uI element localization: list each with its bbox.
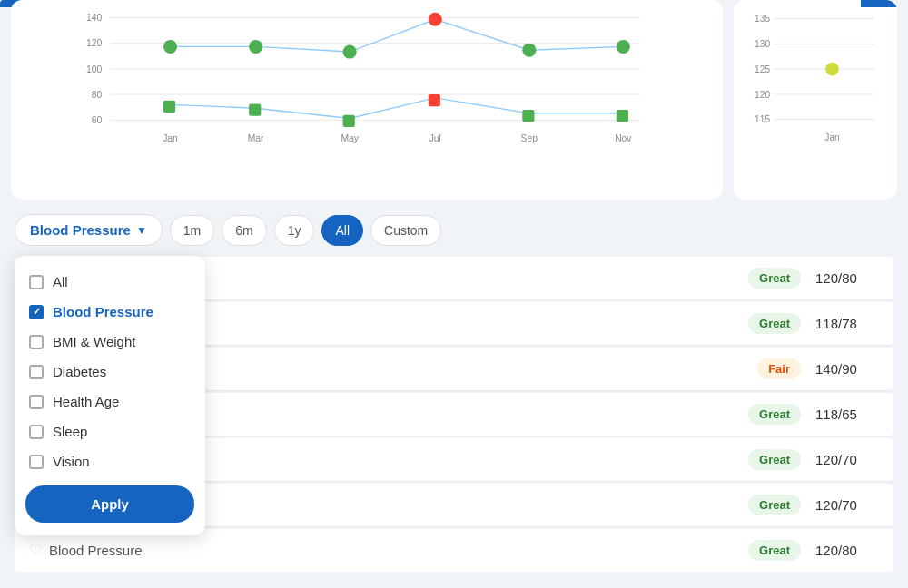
bottom-row-label: Blood Pressure <box>49 543 143 558</box>
row-right: Great 118/78 <box>748 313 879 334</box>
svg-rect-16 <box>163 101 175 113</box>
svg-text:Jan: Jan <box>163 133 178 143</box>
svg-point-38 <box>825 63 839 76</box>
svg-point-12 <box>343 45 357 59</box>
svg-text:Mar: Mar <box>248 133 264 143</box>
apply-button[interactable]: Apply <box>25 485 194 523</box>
dropdown-item-blood-pressure[interactable]: Blood Pressure <box>15 297 205 327</box>
blue-accent-right <box>861 0 897 7</box>
dropdown-item-health-age-label: Health Age <box>53 394 119 409</box>
reading-value: 118/65 <box>815 407 879 422</box>
dropdown-item-vision-label: Vision <box>53 454 90 469</box>
time-btn-custom[interactable]: Custom <box>370 215 441 246</box>
metric-dropdown-button[interactable]: Blood Pressure ▼ <box>15 214 163 246</box>
dropdown-menu: All Blood Pressure BMI & Weight Diabetes… <box>15 256 205 535</box>
time-btn-1m[interactable]: 1m <box>170 215 214 246</box>
svg-text:130: 130 <box>755 39 770 49</box>
dropdown-item-diabetes-label: Diabetes <box>53 364 106 379</box>
bottom-row: ♡ Blood Pressure Great 120/80 <box>15 529 893 572</box>
row-right: Great 120/70 <box>748 495 879 515</box>
svg-text:100: 100 <box>86 64 103 74</box>
small-chart-card: 135 130 125 120 115 Jan <box>734 0 897 200</box>
checkbox-blood-pressure[interactable] <box>29 305 44 319</box>
svg-text:Sep: Sep <box>521 133 538 143</box>
main-chart-card: 140 120 100 80 60 <box>11 0 723 200</box>
row-right: Great 120/80 <box>748 268 879 289</box>
status-badge: Fair <box>757 358 801 379</box>
status-badge: Great <box>748 268 801 289</box>
svg-text:125: 125 <box>755 64 770 74</box>
svg-rect-18 <box>343 115 355 127</box>
status-badge: Great <box>748 449 801 470</box>
reading-value: 120/70 <box>815 452 879 467</box>
small-chart-svg: 135 130 125 120 115 Jan <box>748 9 883 154</box>
row-label: ♡ Blood Pressure <box>29 542 748 559</box>
reading-value: 120/70 <box>815 497 879 513</box>
time-btn-6m[interactable]: 6m <box>222 215 266 246</box>
svg-text:120: 120 <box>755 90 770 100</box>
svg-rect-19 <box>429 94 440 106</box>
dropdown-item-health-age[interactable]: Health Age <box>15 387 205 416</box>
row-right: Fair 140/90 <box>757 358 879 379</box>
reading-value: 120/80 <box>815 270 879 286</box>
svg-text:120: 120 <box>86 38 103 48</box>
bottom-row-right: Great 120/80 <box>748 540 879 561</box>
svg-rect-21 <box>617 110 628 122</box>
svg-point-15 <box>617 40 630 54</box>
dropdown-item-sleep[interactable]: Sleep <box>15 416 205 446</box>
dropdown-item-bmi-label: BMI & Weight <box>53 334 135 349</box>
time-btn-1y[interactable]: 1y <box>274 215 315 246</box>
svg-text:Jul: Jul <box>429 133 441 143</box>
reading-value: 140/90 <box>815 361 879 377</box>
svg-point-11 <box>249 40 262 54</box>
dropdown-label: Blood Pressure <box>30 222 131 238</box>
checkbox-all[interactable] <box>29 275 44 289</box>
svg-text:Nov: Nov <box>615 133 632 143</box>
bottom-status-badge: Great <box>748 540 801 561</box>
chevron-down-icon: ▼ <box>136 224 147 237</box>
checkbox-health-age[interactable] <box>29 395 44 409</box>
dropdown-item-bmi[interactable]: BMI & Weight <box>15 327 205 357</box>
svg-text:135: 135 <box>755 14 770 24</box>
checkbox-sleep[interactable] <box>29 425 44 439</box>
svg-text:May: May <box>340 133 359 143</box>
svg-rect-20 <box>522 110 534 122</box>
filters-section: Blood Pressure ▼ 1m 6m 1y All Custom All… <box>0 200 908 257</box>
svg-text:Jan: Jan <box>824 132 839 142</box>
svg-text:140: 140 <box>86 13 103 23</box>
checkbox-diabetes[interactable] <box>29 365 44 379</box>
svg-text:80: 80 <box>92 90 103 100</box>
svg-point-14 <box>522 44 536 57</box>
svg-point-10 <box>163 40 177 54</box>
row-right: Great 118/65 <box>748 404 879 425</box>
svg-text:60: 60 <box>92 115 103 125</box>
reading-value: 118/78 <box>815 316 879 331</box>
time-btn-all[interactable]: All <box>321 215 363 246</box>
svg-rect-17 <box>249 103 261 115</box>
checkbox-vision[interactable] <box>29 455 44 469</box>
row-right: Great 120/70 <box>748 449 879 470</box>
dropdown-item-sleep-label: Sleep <box>53 424 87 439</box>
status-badge: Great <box>748 313 801 334</box>
main-container: 140 120 100 80 60 <box>0 0 908 588</box>
dropdown-item-vision[interactable]: Vision <box>15 446 205 476</box>
dropdown-item-all-label: All <box>53 274 68 289</box>
main-chart-svg: 140 120 100 80 60 <box>25 9 708 154</box>
status-badge: Great <box>748 404 801 425</box>
checkbox-bmi[interactable] <box>29 335 44 349</box>
heart-icon: ♡ <box>29 542 42 559</box>
status-badge: Great <box>748 495 801 515</box>
bottom-reading-value: 120/80 <box>815 543 879 558</box>
dropdown-item-all[interactable]: All <box>15 267 205 297</box>
svg-point-13 <box>429 13 442 26</box>
dropdown-item-blood-pressure-label: Blood Pressure <box>53 304 153 319</box>
dropdown-item-diabetes[interactable]: Diabetes <box>15 357 205 387</box>
chart-section: 140 120 100 80 60 <box>0 0 908 200</box>
svg-text:115: 115 <box>755 114 770 124</box>
